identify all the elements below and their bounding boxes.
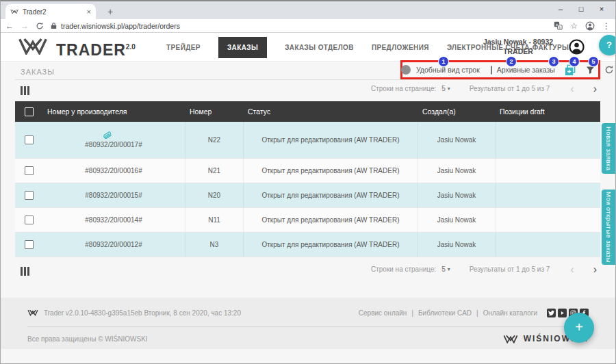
side-tab-new-request[interactable]: Новая заявка (602, 123, 616, 174)
list-controls-bottom: Строки на странице: 5 ▾ Результаты от 1 … (0, 261, 616, 282)
table-row[interactable]: #80932/20/00012# N3 Открыт для редактиро… (15, 233, 600, 257)
draft-positions (495, 159, 600, 183)
order-number: N20 (185, 183, 243, 207)
producer-number: #80932/20/00015# (42, 192, 185, 199)
row-checkbox[interactable] (25, 216, 34, 224)
nav-trader[interactable]: ТРЕЙДЕР (166, 44, 201, 51)
order-status: Открыт для редактирования (AW TRADER) (243, 183, 418, 207)
next-page-icon[interactable]: › (593, 86, 597, 92)
new-tab-button[interactable]: + (103, 4, 118, 19)
annotation-red-box: 1 2 3 4 5 Удобный вид строк Архивные зак… (400, 60, 600, 79)
account-icon[interactable] (569, 39, 585, 55)
col-number[interactable]: Номер (185, 107, 243, 116)
add-order-fab[interactable]: + (564, 313, 594, 343)
wisniowski-w-icon (18, 38, 48, 55)
link-online-catalogs[interactable]: Онлайн каталоги (483, 309, 537, 317)
producer-number: #80932/20/00012# (42, 241, 185, 248)
youtube-icon[interactable] (558, 309, 567, 317)
col-draft-positions[interactable]: Позиции draft (495, 107, 600, 116)
table-row[interactable]: #80932/20/00016# N21 Открыт для редактир… (15, 159, 600, 183)
order-status: Открыт для редактирования (AW TRADER) (243, 233, 418, 257)
url-field[interactable]: trader.wisniowski.pl/app/trader/orders (51, 22, 547, 30)
archive-orders-checkbox[interactable] (491, 66, 492, 75)
results-count: Результаты от 1 до 5 из 7 (470, 265, 550, 273)
brand-w-icon (503, 335, 518, 343)
archive-orders-label: Архивные заказы (497, 66, 555, 74)
callout-3: 3 (549, 57, 559, 66)
order-number: N22 (185, 122, 243, 158)
app-logo-text: TRADER2.0 (56, 38, 136, 60)
column-settings-button[interactable] (21, 86, 29, 95)
next-page-icon[interactable]: › (593, 266, 597, 273)
user-info: Jasiu Nowak - 80932 TRADER (472, 37, 564, 56)
browser-tab[interactable]: Trader2 × (5, 4, 96, 19)
table-row[interactable]: #80932/20/00015# N20 Открыт для редактир… (15, 183, 600, 208)
logo-version-sup: 2.0 (126, 43, 136, 51)
refresh-icon[interactable] (604, 65, 614, 75)
column-settings-button[interactable] (21, 267, 29, 276)
toggle-knob (401, 65, 411, 75)
row-checkbox[interactable] (25, 240, 34, 249)
link-service-online[interactable]: Сервис онлайн (359, 309, 407, 317)
col-created-by[interactable]: Создал(а) (418, 107, 495, 116)
translate-icon[interactable]: a b (554, 21, 563, 30)
table-row[interactable]: #80932/20/00014# N11 Открыт для редактир… (15, 208, 600, 233)
created-by: Jasiu Nowak (418, 183, 495, 207)
page-title: ЗАКАЗЫ (21, 68, 55, 76)
table-header-row: Номер у производителя Номер Статус Созда… (15, 101, 600, 122)
address-bar-actions: a b ☆ ⋮ (554, 21, 611, 31)
reload-icon[interactable] (36, 22, 44, 30)
link-cad-libraries[interactable]: Библиотеки CAD (418, 309, 472, 317)
callout-1: 1 (439, 57, 448, 66)
user-name: Jasiu Nowak - 80932 (472, 37, 564, 47)
prev-page-icon[interactable]: ‹ (570, 86, 574, 92)
url-text: trader.wisniowski.pl/app/trader/orders (61, 22, 180, 30)
forward-icon[interactable]: → (21, 20, 29, 32)
col-producer-number[interactable]: Номер у производителя (42, 107, 185, 116)
close-button[interactable]: × (591, 0, 612, 18)
chevron-down-icon[interactable]: ▾ (448, 266, 450, 272)
row-checkbox[interactable] (25, 166, 34, 175)
copyright-text: Все права защищены © WIŚNIOWSKI (27, 335, 148, 343)
draft-positions (495, 208, 600, 232)
twitter-icon[interactable] (547, 309, 556, 317)
nav-offers[interactable]: ПРЕДЛОЖЕНИЯ (372, 44, 429, 51)
app-logo: TRADER2.0 (18, 38, 136, 60)
list-controls-top: Строки на странице: 5 ▾ Результаты от 1 … (0, 81, 616, 101)
chevron-down-icon[interactable]: ▾ (448, 86, 450, 92)
rows-per-page-select[interactable]: 5 (441, 265, 446, 273)
order-status: Открыт для редактирования (AW TRADER) (243, 122, 418, 158)
side-tab-my-open-orders[interactable]: Мои открытые заказы (602, 190, 616, 265)
row-checkbox[interactable] (25, 135, 34, 144)
browser-menu-icon[interactable]: ⋮ (602, 21, 611, 31)
created-by: Jasiu Nowak (418, 233, 495, 257)
svg-text:b: b (559, 26, 561, 29)
filter-icon[interactable] (586, 66, 595, 75)
help-button[interactable]: ? (599, 35, 616, 55)
minimize-button[interactable]: – (550, 0, 571, 18)
callout-5: 5 (589, 57, 598, 66)
created-by: Jasiu Nowak (418, 122, 495, 158)
nav-orders[interactable]: ЗАКАЗЫ (218, 37, 267, 58)
results-count: Результаты от 1 до 5 из 7 (470, 85, 550, 92)
back-icon[interactable]: ← (5, 20, 14, 32)
draft-positions (495, 233, 600, 257)
row-checkbox[interactable] (25, 191, 34, 200)
col-status[interactable]: Статус (243, 107, 418, 116)
nav-department-orders[interactable]: ЗАКАЗЫ ОТДЕЛОВ (285, 44, 354, 51)
rows-per-page-select[interactable]: 5 (441, 85, 446, 92)
pagination-top: Строки на странице: 5 ▾ Результаты от 1 … (371, 85, 597, 92)
maximize-button[interactable]: □ (571, 0, 591, 18)
tab-close-icon[interactable]: × (87, 8, 91, 16)
select-all-checkbox[interactable] (25, 107, 34, 116)
table-row[interactable]: #80932/20/00017# N22 Открыт для редактир… (15, 122, 600, 159)
orders-table: Номер у производителя Номер Статус Созда… (15, 101, 600, 257)
address-bar: ← → trader.wisniowski.pl/app/trader/orde… (0, 19, 616, 33)
order-status: Открыт для редактирования (AW TRADER) (243, 159, 418, 183)
prev-page-icon[interactable]: ‹ (570, 266, 574, 273)
app-header: TRADER2.0 ТРЕЙДЕР ЗАКАЗЫ ЗАКАЗЫ ОТДЕЛОВ … (0, 33, 616, 62)
bookmark-star-icon[interactable]: ☆ (570, 21, 578, 31)
favicon-w-icon (10, 9, 18, 14)
order-number: N21 (185, 159, 243, 183)
profile-avatar-icon[interactable] (585, 21, 595, 31)
